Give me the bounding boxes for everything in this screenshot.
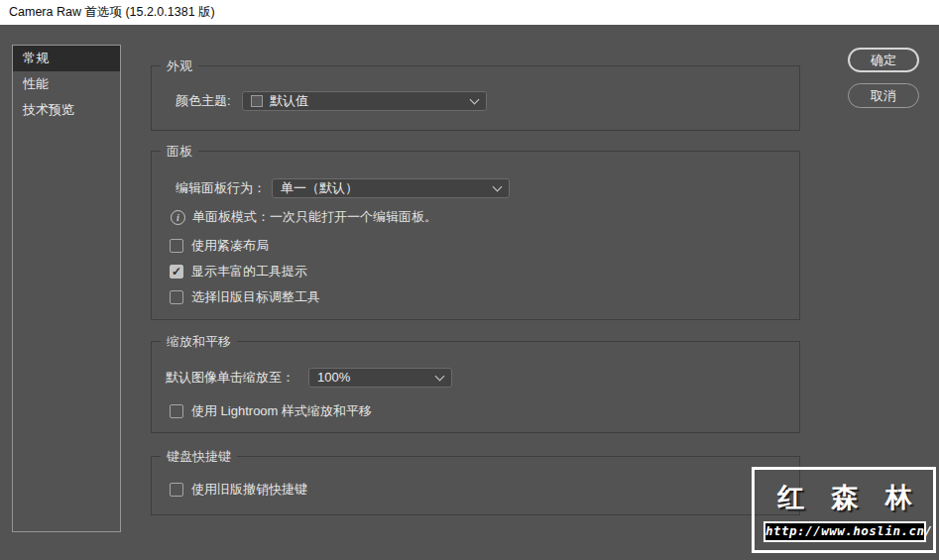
rich-tooltips-row[interactable]: ✓ 显示丰富的工具提示 [170,262,307,281]
appearance-group-title: 外观 [161,57,198,75]
checkbox-label: 选择旧版目标调整工具 [191,287,320,307]
default-zoom-value: 100% [317,369,350,387]
checkbox-label: 使用旧版撤销快捷键 [191,480,307,500]
compact-layout-row[interactable]: ✓ 使用紧凑布局 [170,236,269,256]
single-panel-info-text: 单面板模式：一次只能打开一个编辑面板。 [192,209,437,225]
compact-layout-checkbox[interactable]: ✓ [170,239,183,253]
keyboard-group-title: 键盘快捷键 [161,448,237,466]
checkmark-icon: ✓ [172,266,181,278]
sidebar-item-label: 性能 [23,76,49,91]
lightroom-zoom-row[interactable]: ✓ 使用 Lightroom 样式缩放和平移 [170,401,372,421]
checkbox-label: 使用紧凑布局 [191,236,269,256]
preferences-category-list: 常规 性能 技术预览 [12,45,121,532]
chevron-down-icon [435,371,445,381]
panels-group-title: 面板 [161,143,198,161]
color-theme-select[interactable]: 默认值 [242,91,487,111]
default-zoom-label: 默认图像单击缩放至： [166,368,294,388]
lightroom-zoom-checkbox[interactable]: ✓ [170,404,183,418]
edit-panel-behavior-label: 编辑面板行为： [176,178,266,198]
legacy-target-adjust-checkbox[interactable]: ✓ [170,290,183,304]
sidebar-item-general[interactable]: 常规 [13,46,120,71]
preferences-dialog: 常规 性能 技术预览 确定 取消 外观 颜色主题: 默认值 面板 编辑面板行为 [0,25,939,560]
keyboard-shortcuts-group: 键盘快捷键 ✓ 使用旧版撤销快捷键 [151,456,800,515]
zoom-pan-group: 缩放和平移 默认图像单击缩放至： 100% ✓ 使用 Lightroom 样式缩… [151,341,800,433]
panels-group: 面板 编辑面板行为： 单一（默认） i 单面板模式：一次只能打开一个编辑面板。 … [151,151,800,320]
ok-button[interactable]: 确定 [848,48,919,72]
color-theme-value: 默认值 [270,92,308,110]
legacy-undo-checkbox[interactable]: ✓ [170,483,183,497]
sidebar-item-tech-previews[interactable]: 技术预览 [13,97,120,123]
checkbox-label: 显示丰富的工具提示 [191,262,307,281]
chevron-down-icon [470,94,480,104]
window-title: Camera Raw 首选项 (15.2.0.1381 版) [9,5,215,19]
cancel-button[interactable]: 取消 [848,83,919,108]
theme-swatch-icon [251,95,263,107]
sidebar-item-label: 技术预览 [23,102,74,117]
watermark-brand-text: 红 森 林 [755,480,933,515]
default-zoom-select[interactable]: 100% [308,368,452,388]
chevron-down-icon [493,181,503,191]
sidebar-item-label: 常规 [23,51,49,65]
watermark-box: 红 森 林 http://www.hoslin.cn/ [752,467,936,553]
info-icon: i [171,210,185,225]
checkbox-label: 使用 Lightroom 样式缩放和平移 [191,401,372,421]
appearance-group: 外观 颜色主题: 默认值 [151,65,800,131]
legacy-target-adjust-row[interactable]: ✓ 选择旧版目标调整工具 [170,287,320,307]
camera-raw-preferences-window: Camera Raw 首选项 (15.2.0.1381 版) 常规 性能 技术预… [0,0,939,560]
window-titlebar: Camera Raw 首选项 (15.2.0.1381 版) [0,0,939,25]
watermark-url: http://www.hoslin.cn/ [763,521,926,542]
edit-panel-behavior-value: 单一（默认） [281,179,358,197]
zoom-pan-group-title: 缩放和平移 [161,333,237,351]
color-theme-label: 颜色主题: [176,91,231,111]
rich-tooltips-checkbox[interactable]: ✓ [170,265,183,279]
edit-panel-behavior-select[interactable]: 单一（默认） [272,178,510,198]
legacy-undo-row[interactable]: ✓ 使用旧版撤销快捷键 [170,480,307,500]
sidebar-item-performance[interactable]: 性能 [13,71,120,97]
